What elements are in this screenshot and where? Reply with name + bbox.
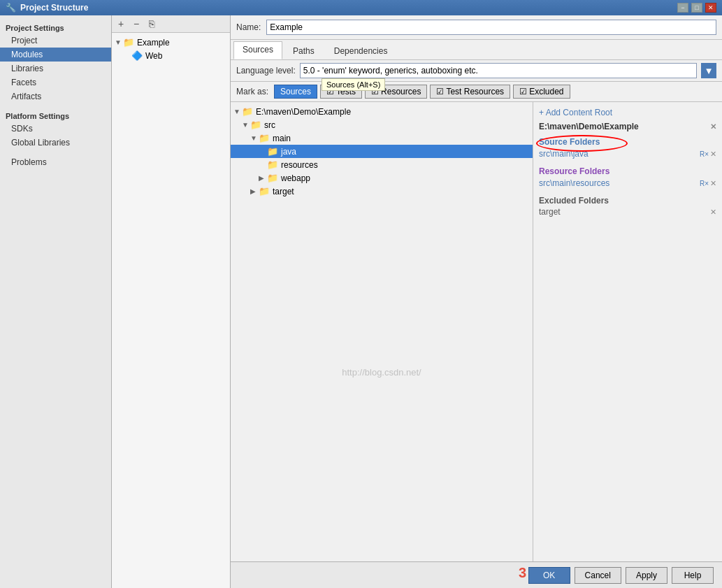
tab-sources[interactable]: Sources [233,41,282,59]
help-button[interactable]: Help [672,567,714,584]
badge-3: 3 [519,565,526,581]
language-dropdown-button[interactable]: ▼ [701,63,716,78]
file-tree-item-src[interactable]: ▼ 📁 src [231,118,533,131]
content-root-path: E:\maven\Demo\Example ✕ [539,122,716,131]
file-tree-item-resources[interactable]: 📁 resources [231,158,533,171]
title-bar: 🔧 Project Structure − □ ✕ [0,0,722,15]
content-root-close-button[interactable]: ✕ [710,122,716,131]
close-button[interactable]: ✕ [705,3,716,13]
test-resources-checkbox-icon: ☑ [436,87,444,96]
folder-icon: 📁 [250,120,261,130]
apply-button[interactable]: Apply [626,567,667,584]
resource-folder-remove-button[interactable]: ✕ [710,179,716,188]
tabs-bar: Sources Paths Dependencies [231,40,722,60]
copy-module-button[interactable]: ⎘ [145,17,158,30]
sidebar-item-sdks[interactable]: SDKs [0,122,111,136]
file-tree-item-java[interactable]: 📁 java [231,145,533,158]
project-tree-panel: + − ⎘ ▼ 📁 Example 🔷 Web [112,15,231,588]
project-settings-header: Project Settings [0,21,111,34]
folder-src-icon: 📁 [267,146,278,157]
resource-folders-section: Resource Folders src\main\resources R× ✕ [539,166,716,189]
mark-as-label: Mark as: [236,87,268,96]
source-folder-remove-button[interactable]: ✕ [710,150,716,159]
tab-paths[interactable]: Paths [284,43,324,59]
language-bar: Language level: ▼ Sources (Alt+S) [231,60,722,82]
folder-icon: 📁 [259,186,270,196]
title-bar-controls: − □ ✕ [677,3,716,13]
sidebar-item-facets[interactable]: Facets [0,76,111,89]
platform-settings-header: Platform Settings [0,109,111,122]
sidebar-item-project[interactable]: Project [0,34,111,48]
source-folders-header: Source Folders [539,137,716,147]
maximize-button[interactable]: □ [691,3,702,13]
project-tree: ▼ 📁 Example 🔷 Web [112,33,230,588]
tree-item-web[interactable]: 🔷 Web [112,49,230,62]
minimize-button[interactable]: − [677,3,688,13]
sidebar: Project Settings Project Modules Librari… [0,15,112,588]
main-container: Project Settings Project Modules Librari… [0,15,722,588]
file-tree-item-emaven[interactable]: ▼ 📁 E:\maven\Demo\Example [231,105,533,118]
title-bar-title: 🔧 Project Structure [6,3,88,13]
watermark: http://blog.csdn.net/ [342,367,421,378]
resource-folder-rx-button[interactable]: R× [700,180,709,187]
add-content-root-button[interactable]: + Add Content Root [539,108,716,117]
remove-module-button[interactable]: − [130,17,143,30]
language-level-label: Language level: [236,66,296,76]
cancel-button[interactable]: Cancel [575,567,621,584]
source-folders-section: Source Folders src\main\java R× ✕ [539,137,716,159]
sidebar-item-problems[interactable]: Problems [0,155,111,169]
tree-arrow-web [123,52,131,59]
excluded-folders-section: Excluded Folders target ✕ [539,196,716,217]
file-tree-item-webapp[interactable]: ▶ 📁 webapp [231,171,533,185]
mark-as-sources-button[interactable]: Sources [274,85,317,99]
source-folder-rx-button[interactable]: R× [700,150,709,158]
tree-arrow-example: ▼ [115,38,123,46]
resource-folders-header: Resource Folders [539,166,716,176]
ok-button[interactable]: OK [528,567,570,584]
source-folder-entry: src\main\java R× ✕ [539,148,716,159]
tree-toolbar: + − ⎘ [112,15,230,33]
mark-as-excluded-button[interactable]: ☑ Excluded [513,85,570,99]
add-module-button[interactable]: + [115,17,127,30]
bottom-bar: 3 OK Cancel Apply Help [231,561,722,588]
sidebar-item-artifacts[interactable]: Artifacts [0,89,111,103]
folder-icon: 📁 [267,159,278,170]
excluded-checkbox-icon: ☑ [519,87,527,96]
tab-dependencies[interactable]: Dependencies [325,43,397,59]
sources-tooltip: Sources (Alt+S) [322,78,385,91]
lower-content: ▼ 📁 E:\maven\Demo\Example ▼ 📁 src ▼ 📁 [231,102,722,561]
mark-as-bar: Mark as: Sources ☑ Tests ☑ Resources ☑ T… [231,82,722,102]
content-panel: Name: Sources Paths Dependencies Languag… [231,15,722,588]
module-icon: 🔷 [131,50,143,61]
name-input[interactable] [266,20,716,35]
folder-icon: 📁 [259,133,270,143]
resource-folder-entry: src\main\resources R× ✕ [539,178,716,189]
name-bar: Name: [231,15,722,40]
file-tree-item-target[interactable]: ▶ 📁 target [231,185,533,198]
name-label: Name: [236,22,261,32]
language-level-input[interactable] [300,63,697,78]
source-panel: + Add Content Root E:\maven\Demo\Example… [533,102,722,561]
sidebar-item-modules[interactable]: Modules [0,48,111,62]
excluded-folder-entry: target ✕ [539,207,716,217]
folder-icon: 📁 [267,173,278,183]
file-tree-area: ▼ 📁 E:\maven\Demo\Example ▼ 📁 src ▼ 📁 [231,102,533,561]
folder-icon: 📁 [242,106,253,117]
app-icon: 🔧 [6,3,16,13]
mark-as-test-resources-button[interactable]: ☑ Test Resources [430,85,510,99]
excluded-folders-header: Excluded Folders [539,196,716,206]
excluded-folder-remove-button[interactable]: ✕ [710,208,716,217]
content-area: Language level: ▼ Sources (Alt+S) Mark a… [231,60,722,561]
file-tree-item-main[interactable]: ▼ 📁 main [231,131,533,145]
tree-item-example[interactable]: ▼ 📁 Example [112,36,230,49]
sidebar-item-global-libraries[interactable]: Global Libraries [0,136,111,150]
sidebar-item-libraries[interactable]: Libraries [0,62,111,76]
folder-icon: 📁 [123,37,134,48]
